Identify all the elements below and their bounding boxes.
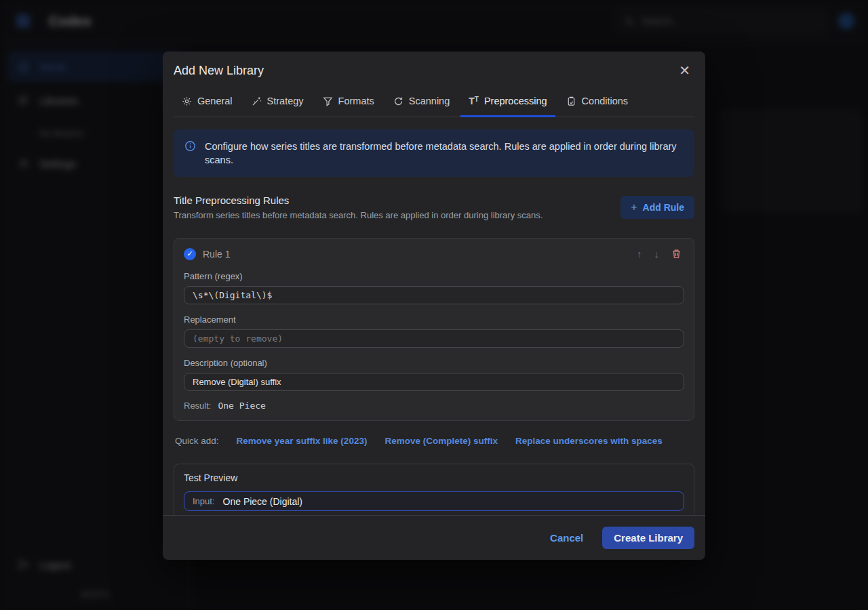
rules-section-header: Title Preprocessing Rules Transform seri…: [174, 195, 694, 220]
tab-formats[interactable]: Formats: [315, 88, 382, 117]
modal-header: Add New Library ✕: [163, 52, 705, 83]
quick-add-label: Quick add:: [175, 436, 219, 446]
text-transform-icon: TT: [469, 96, 479, 106]
tab-general[interactable]: General: [174, 88, 241, 117]
rules-section-title: Title Preprocessing Rules: [174, 195, 620, 206]
rules-section-subtitle: Transform series titles before metadata …: [174, 210, 620, 220]
tab-label: Preprocessing: [484, 96, 547, 106]
rule-enabled-checkbox[interactable]: ✓: [184, 248, 196, 260]
modal-tabs: General Strategy Formats Scanning TT Pre…: [174, 88, 694, 117]
move-rule-down-icon[interactable]: ↓: [652, 247, 663, 261]
info-banner-text: Configure how series titles are transfor…: [205, 140, 684, 167]
close-icon[interactable]: ✕: [675, 62, 694, 79]
clipboard-check-icon: [566, 96, 576, 106]
tab-label: General: [197, 96, 233, 106]
rule-header: ✓ Rule 1 ↑ ↓: [184, 247, 684, 261]
tab-scanning[interactable]: Scanning: [385, 88, 458, 117]
refresh-icon: [393, 96, 403, 106]
delete-rule-icon[interactable]: [669, 247, 684, 260]
rule-result-row: Result: One Piece: [184, 401, 684, 411]
tab-strategy[interactable]: Strategy: [243, 88, 312, 117]
description-input[interactable]: [184, 373, 684, 391]
rule-name: Rule 1: [203, 249, 627, 260]
test-input-box: Input:: [184, 491, 684, 511]
quick-add-year-suffix[interactable]: Remove year suffix like (2023): [237, 436, 368, 446]
gear-icon: [182, 96, 192, 106]
plus-icon: +: [631, 201, 637, 214]
cancel-button[interactable]: Cancel: [550, 532, 583, 544]
pattern-label: Pattern (regex): [184, 271, 684, 281]
modal-title: Add New Library: [174, 64, 675, 78]
preprocessing-panel: Configure how series titles are transfor…: [163, 117, 705, 515]
wand-icon: [252, 96, 262, 106]
replacement-label: Replacement: [184, 314, 684, 325]
rules-section-titles: Title Preprocessing Rules Transform seri…: [174, 195, 620, 220]
info-icon: [184, 140, 196, 152]
test-input-label: Input:: [193, 496, 215, 506]
tab-label: Strategy: [267, 96, 304, 106]
description-label: Description (optional): [184, 358, 684, 368]
quick-add-complete-suffix[interactable]: Remove (Complete) suffix: [384, 436, 498, 446]
add-library-modal: Add New Library ✕ General Strategy Forma…: [163, 52, 705, 560]
quick-add-underscores[interactable]: Replace underscores with spaces: [515, 436, 663, 446]
add-rule-button[interactable]: + Add Rule: [620, 196, 694, 219]
tab-label: Scanning: [409, 96, 450, 106]
modal-footer: Cancel Create Library: [163, 515, 705, 560]
info-banner: Configure how series titles are transfor…: [174, 129, 694, 177]
pattern-input[interactable]: [184, 286, 684, 304]
tab-conditions[interactable]: Conditions: [558, 88, 637, 117]
test-preview-card: Test Preview Input: Output: ✓ One Piece: [174, 464, 694, 515]
tab-preprocessing[interactable]: TT Preprocessing: [460, 88, 555, 117]
result-value: One Piece: [218, 401, 265, 411]
create-library-button[interactable]: Create Library: [602, 527, 694, 549]
quick-add-row: Quick add: Remove year suffix like (2023…: [175, 436, 694, 446]
result-label: Result:: [184, 401, 211, 411]
test-preview-title: Test Preview: [184, 472, 684, 483]
add-rule-label: Add Rule: [643, 202, 684, 213]
move-rule-up-icon[interactable]: ↑: [634, 247, 645, 261]
rule-card: ✓ Rule 1 ↑ ↓ Pattern (regex) Replacement…: [174, 238, 694, 421]
test-input[interactable]: [223, 496, 675, 507]
tab-label: Conditions: [582, 96, 629, 106]
replacement-input[interactable]: [184, 329, 684, 348]
funnel-icon: [323, 96, 333, 106]
tab-label: Formats: [338, 96, 374, 106]
